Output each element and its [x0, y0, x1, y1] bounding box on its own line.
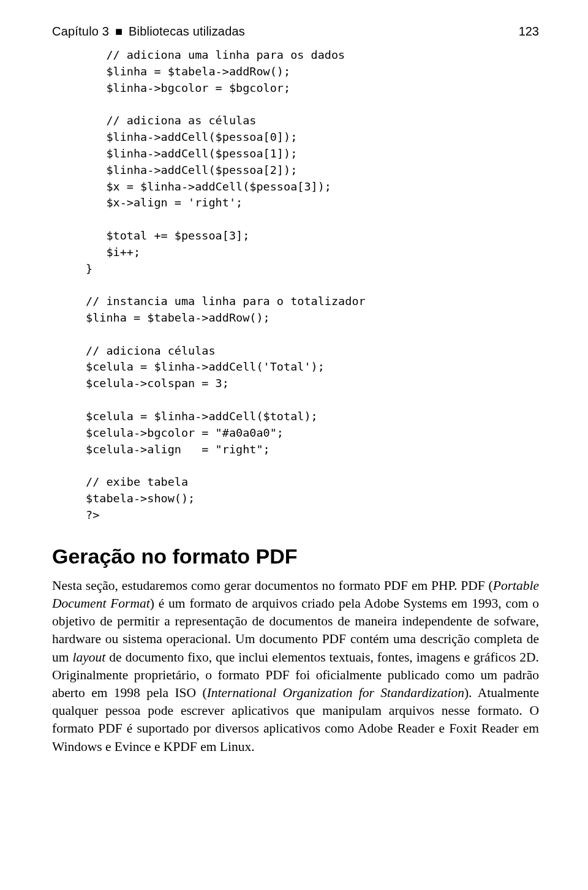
- chapter-label: Capítulo 3: [52, 25, 109, 38]
- italic-run: International Organization for Standardi…: [207, 685, 464, 700]
- section-heading: Geração no formato PDF: [52, 545, 539, 568]
- chapter-title: Bibliotecas utilizadas: [129, 25, 245, 38]
- running-header: Capítulo 3 ■ Bibliotecas utilizadas 123: [52, 25, 539, 39]
- body-paragraph: Nesta seção, estudaremos como gerar docu…: [52, 577, 539, 756]
- italic-run: Portable Document Format: [52, 578, 539, 611]
- italic-run: layout: [73, 650, 106, 665]
- chapter-breadcrumb: Capítulo 3 ■ Bibliotecas utilizadas: [52, 25, 245, 39]
- code-block: // adiciona uma linha para os dados $lin…: [86, 47, 539, 524]
- page: Capítulo 3 ■ Bibliotecas utilizadas 123 …: [0, 0, 588, 890]
- page-number: 123: [519, 25, 539, 39]
- square-icon: ■: [115, 25, 123, 38]
